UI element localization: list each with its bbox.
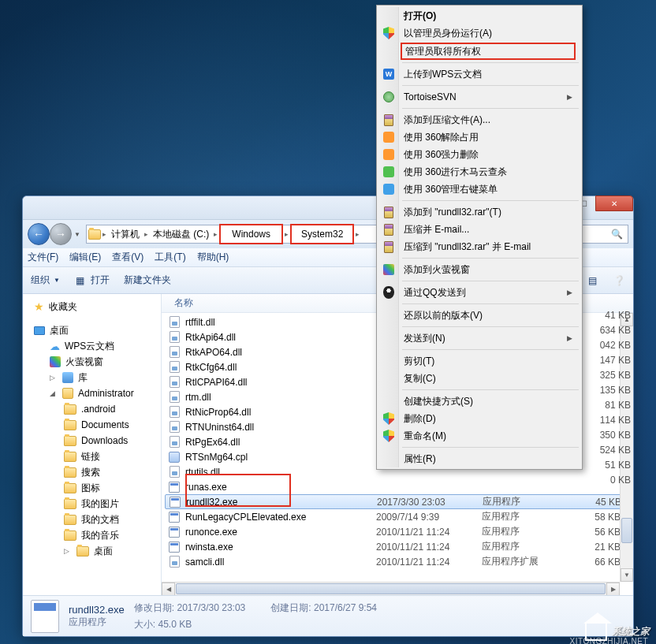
nav-mypictures[interactable]: 我的图片	[23, 496, 161, 512]
file-name: rwinsta.exe	[185, 542, 371, 553]
breadcrumb-computer[interactable]: 计算机	[108, 226, 143, 243]
file-row[interactable]: RunLegacyCPLElevated.exe2009/7/14 9:39应用…	[162, 509, 633, 524]
file-row[interactable]: samcli.dll2010/11/21 11:24应用程序扩展66 KB	[162, 554, 633, 569]
nav-firefly[interactable]: 火萤视窗	[23, 354, 161, 370]
nav-desk2[interactable]: ▷桌面	[23, 543, 161, 559]
search-icon[interactable]: 🔍	[611, 229, 623, 240]
cm-compress-email[interactable]: 压缩并 E-mail...	[378, 221, 580, 238]
nav-mydocs[interactable]: 我的文档	[23, 512, 161, 527]
file-date: 2010/11/21 11:24	[376, 542, 477, 553]
cm-add-archive[interactable]: 添加到压缩文件(A)...	[378, 111, 580, 128]
open-button[interactable]: ▦打开	[74, 274, 110, 287]
cm-run-admin[interactable]: 以管理员身份运行(A)	[378, 24, 580, 42]
forward-button[interactable]: →	[50, 223, 72, 245]
cm-360-force-delete[interactable]: 使用 360强力删除	[378, 146, 580, 163]
expand-icon[interactable]: ▷	[64, 547, 72, 555]
nav-pictures[interactable]: 图标	[23, 480, 161, 496]
scroll-thumb-h[interactable]	[176, 583, 606, 594]
scroll-thumb[interactable]	[621, 518, 632, 543]
cm-add-rar[interactable]: 添加到 "rundll32.rar"(T)	[378, 203, 580, 221]
submenu-arrow-icon: ▶	[567, 93, 572, 101]
folder-icon	[64, 483, 76, 493]
menu-tools[interactable]: 工具(T)	[155, 251, 185, 264]
breadcrumb-windows[interactable]: Windows	[219, 224, 283, 244]
dll-icon	[168, 466, 181, 478]
nav-mymusic[interactable]: 我的音乐	[23, 527, 161, 543]
breadcrumb-system32[interactable]: System32	[290, 224, 354, 244]
file-name: rtm.dll	[185, 392, 371, 403]
file-row[interactable]: runonce.exe2010/11/21 11:24应用程序56 KB	[162, 524, 633, 539]
cm-open[interactable]: 打开(O)	[378, 7, 580, 24]
cm-take-ownership[interactable]: 管理员取得所有权	[401, 43, 576, 60]
horizontal-scrollbar[interactable]: ◀ ▶	[162, 582, 620, 595]
cm-360-trojan-scan[interactable]: 使用 360进行木马云查杀	[378, 163, 580, 181]
cm-properties[interactable]: 属性(R)	[378, 450, 580, 467]
menu-file[interactable]: 文件(F)	[28, 251, 58, 264]
new-folder-button[interactable]: 新建文件夹	[124, 274, 171, 287]
file-name: RtkApi64.dll	[185, 332, 371, 343]
menu-edit[interactable]: 编辑(E)	[69, 251, 101, 264]
nav-wps[interactable]: ☁WPS云文档	[23, 338, 161, 354]
cm-wps-upload[interactable]: W上传到WPS云文档	[378, 65, 580, 83]
expand-icon[interactable]: ▷	[50, 374, 58, 382]
breadcrumb-drive[interactable]: 本地磁盘 (C:)	[150, 226, 212, 243]
chevron-right-icon[interactable]: ▸	[144, 230, 148, 238]
firefly-icon	[50, 356, 61, 367]
cm-compress-rar-email[interactable]: 压缩到 "rundll32.rar" 并 E-mail	[378, 238, 580, 255]
scroll-left-button[interactable]: ◀	[162, 583, 175, 595]
close-button[interactable]: ✕	[595, 195, 633, 211]
dll-icon	[168, 376, 181, 389]
cm-360-menu[interactable]: 使用 360管理右键菜单	[378, 181, 580, 198]
chevron-right-icon[interactable]: ▸	[102, 230, 106, 238]
nav-android[interactable]: .android	[23, 401, 161, 417]
help-button[interactable]: ❔	[613, 274, 625, 287]
cm-firefly[interactable]: 添加到火萤视窗	[378, 261, 580, 278]
cm-delete[interactable]: 删除(D)	[378, 410, 580, 427]
collapse-icon[interactable]: ◢	[50, 389, 58, 397]
scroll-right-button[interactable]: ▶	[606, 583, 620, 595]
360-orange-icon	[383, 149, 394, 160]
file-row[interactable]: rundll32.exe2017/3/30 23:03应用程序45 KB	[165, 494, 630, 509]
nav-history-dropdown[interactable]: ▼	[72, 226, 83, 242]
nav-search[interactable]: 搜索	[23, 464, 161, 480]
cm-svn[interactable]: TortoiseSVN▶	[378, 88, 580, 106]
cm-copy[interactable]: 复制(C)	[378, 370, 580, 387]
folder-icon	[64, 467, 76, 478]
preview-pane-button[interactable]: ▤	[586, 274, 598, 287]
nav-favorites[interactable]: ★收藏夹	[23, 299, 161, 315]
col-name[interactable]: 名称	[168, 296, 360, 310]
file-row[interactable]: rwinsta.exe2010/11/21 11:24应用程序21 KB	[162, 539, 633, 554]
cm-rename[interactable]: 重命名(M)	[378, 427, 580, 445]
file-row[interactable]: runas.exe	[162, 479, 633, 494]
chevron-right-icon[interactable]: ▸	[356, 230, 360, 238]
cm-qq-send[interactable]: 通过QQ发送到▶	[378, 284, 580, 301]
menu-help[interactable]: 帮助(H)	[197, 251, 229, 264]
chevron-right-icon[interactable]: ▸	[214, 230, 218, 238]
dll-icon	[168, 556, 181, 568]
folder-icon	[64, 530, 76, 541]
dll-icon	[168, 346, 181, 359]
firefly-icon	[383, 264, 394, 275]
nav-libraries[interactable]: ▷库	[23, 370, 161, 385]
menu-view[interactable]: 查看(V)	[112, 251, 144, 264]
scroll-down-button[interactable]: ▼	[621, 568, 633, 582]
cm-cut[interactable]: 剪切(T)	[378, 352, 580, 370]
nav-links[interactable]: 链接	[23, 449, 161, 464]
submenu-arrow-icon: ▶	[567, 288, 572, 296]
nav-downloads[interactable]: Downloads	[23, 433, 161, 449]
cm-previous-versions[interactable]: 还原以前的版本(V)	[378, 307, 580, 324]
file-type: 应用程序扩展	[482, 555, 568, 568]
back-button[interactable]: ←	[28, 223, 50, 245]
nav-documents[interactable]: Documents	[23, 417, 161, 433]
organize-button[interactable]: 组织 ▼	[31, 274, 60, 287]
cm-send-to[interactable]: 发送到(N)▶	[378, 329, 580, 347]
file-name: RtNicProp64.dll	[185, 407, 371, 418]
chevron-right-icon[interactable]: ▸	[285, 230, 289, 238]
desktop-icon	[34, 326, 45, 335]
nav-admin[interactable]: ◢Administrator	[23, 385, 161, 401]
cm-shortcut[interactable]: 创建快捷方式(S)	[378, 393, 580, 410]
file-name: RunLegacyCPLElevated.exe	[185, 512, 371, 523]
file-name: runonce.exe	[185, 527, 371, 538]
cm-360-unlock[interactable]: 使用 360解除占用	[378, 128, 580, 146]
nav-desktop[interactable]: 桌面	[23, 322, 161, 338]
